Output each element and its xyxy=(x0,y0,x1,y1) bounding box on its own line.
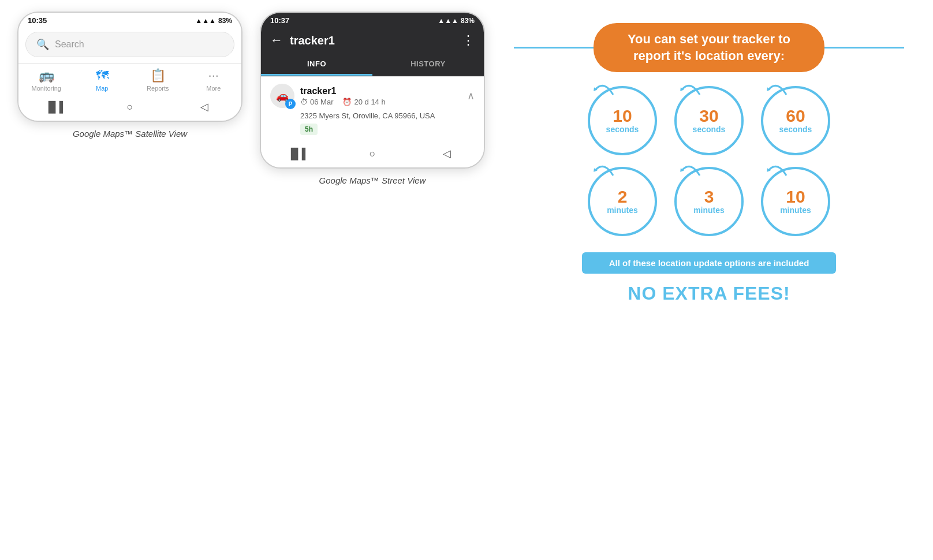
home-icon-1: ○ xyxy=(127,101,133,113)
time-1: 10:35 xyxy=(28,16,47,25)
tracker-header: ← tracker1 ⋮ xyxy=(261,27,484,54)
time-2: 10:37 xyxy=(270,16,289,25)
search-input-placeholder[interactable]: Search xyxy=(55,39,84,50)
map-icon: 🗺 xyxy=(96,68,109,83)
tracker-title: tracker1 xyxy=(290,34,455,47)
tracker-avatar: 🚗 P xyxy=(270,84,294,108)
circles-row-2: 2 minutes 3 minutes 10 minutes xyxy=(588,167,830,236)
collapse-button[interactable]: ∧ xyxy=(467,89,475,102)
search-bar[interactable]: 🔍 Search xyxy=(25,32,234,57)
wifi-icon-1: ▲▲▲ xyxy=(195,17,216,25)
circle-number-3: 3 xyxy=(704,188,714,206)
tracker-banner: You can set your tracker to report it's … xyxy=(594,23,824,72)
timer-icon: ⏰ xyxy=(342,98,352,106)
tracker-info-panel: 🚗 P tracker1 ⏱ 06 Mar ⏰ xyxy=(261,76,484,142)
search-bar-container: 🔍 Search xyxy=(18,27,241,63)
phone-screen-2: 10:37 ▲▲▲ 83% ← tracker1 ⋮ INFO HISTORY xyxy=(261,13,484,167)
nav-item-map[interactable]: 🗺 Map xyxy=(85,68,120,92)
circle-number-60: 60 xyxy=(786,107,805,125)
arc-arrow-30 xyxy=(680,80,703,98)
banner-line-right xyxy=(824,47,904,48)
tab-history[interactable]: HISTORY xyxy=(372,54,484,76)
monitoring-icon: 🚌 xyxy=(39,68,54,83)
status-icons-2: ▲▲▲ 83% xyxy=(438,17,475,25)
circle-unit-60: seconds xyxy=(779,125,812,134)
back-icon-2: ◁ xyxy=(443,147,451,160)
nav-item-reports[interactable]: 📋 Reports xyxy=(140,68,175,92)
circle-10sec: 10 seconds xyxy=(588,86,657,155)
back-icon-1: ◁ xyxy=(200,100,208,113)
circle-3min: 3 minutes xyxy=(674,167,744,236)
sys-nav-1: ▐▌▌ ○ ◁ xyxy=(18,95,241,121)
caption-1: Google Maps™ Satellite View xyxy=(73,129,187,139)
circle-number-30: 30 xyxy=(699,107,718,125)
banner-line-left xyxy=(514,47,594,48)
wifi-icon-2: ▲▲▲ xyxy=(438,17,458,25)
arc-arrow-10 xyxy=(593,80,616,98)
tab-info[interactable]: INFO xyxy=(261,54,372,76)
nav-item-more[interactable]: ··· More xyxy=(196,68,231,92)
back-button-2[interactable]: ← xyxy=(270,33,283,48)
circle-number-10m: 10 xyxy=(786,188,805,206)
arc-arrow-60 xyxy=(766,80,789,98)
recent-button-2[interactable]: ▐▌▌ xyxy=(291,147,305,160)
tracker-time-row: ⏱ 06 Mar ⏰ 20 d 14 h xyxy=(300,98,386,106)
tracker-time-badge: 5h xyxy=(300,124,318,135)
circle-unit-3: minutes xyxy=(693,206,725,215)
tracker-address: 2325 Myers St, Oroville, CA 95966, USA xyxy=(300,111,475,120)
circle-unit-10m: minutes xyxy=(780,206,811,215)
circle-unit-30: seconds xyxy=(693,125,726,134)
tracker-avatar-badge: P xyxy=(285,99,296,109)
tracker-duration: 20 d 14 h xyxy=(354,98,385,106)
bottom-nav-1: 🚌 Monitoring 🗺 Map 📋 Reports ··· More xyxy=(18,63,241,95)
recent-button-1[interactable]: ▐▌▌ xyxy=(48,100,62,114)
recent-icon-1: ▐▌▌ xyxy=(44,101,66,113)
phone-mockup-2: 10:37 ▲▲▲ 83% ← tracker1 ⋮ INFO HISTORY xyxy=(260,12,485,169)
tracker-info-left: 🚗 P tracker1 ⏱ 06 Mar ⏰ xyxy=(270,84,386,108)
phone-screen-1: 10:35 ▲▲▲ 83% 🔍 Search xyxy=(18,13,241,121)
arc-arrow-2m xyxy=(593,161,616,178)
status-icons-1: ▲▲▲ 83% xyxy=(195,17,232,25)
right-panel: You can set your tracker to report it's … xyxy=(502,12,916,316)
tracker-date-item: ⏱ 06 Mar xyxy=(300,98,333,106)
circle-2min: 2 minutes xyxy=(588,167,657,236)
circle-number-2: 2 xyxy=(618,188,628,206)
recent-icon-2: ▐▌▌ xyxy=(287,148,309,160)
home-button-1[interactable]: ○ xyxy=(123,100,137,114)
back-button-2b[interactable]: ◁ xyxy=(440,147,454,160)
map-label: Map xyxy=(96,85,108,92)
monitoring-label: Monitoring xyxy=(32,85,61,92)
reports-icon: 📋 xyxy=(150,68,166,83)
circle-10min: 10 minutes xyxy=(761,167,830,236)
circle-60sec: 60 seconds xyxy=(761,86,830,155)
battery-2: 83% xyxy=(461,17,475,25)
circle-unit-10: seconds xyxy=(606,125,639,134)
status-bar-1: 10:35 ▲▲▲ 83% xyxy=(18,13,241,27)
tracker-duration-item: ⏰ 20 d 14 h xyxy=(342,98,385,106)
nav-item-monitoring[interactable]: 🚌 Monitoring xyxy=(29,68,64,92)
arc-arrow-3m xyxy=(680,161,703,178)
more-label: More xyxy=(206,85,221,92)
more-icon: ··· xyxy=(208,68,219,83)
more-button-2[interactable]: ⋮ xyxy=(462,33,475,48)
home-button-2[interactable]: ○ xyxy=(365,147,379,160)
no-extra-fees: NO EXTRA FEES! xyxy=(628,283,790,304)
phone-mockup-1: 10:35 ▲▲▲ 83% 🔍 Search xyxy=(17,12,242,122)
tracker-info-text: tracker1 ⏱ 06 Mar ⏰ 20 d 14 h xyxy=(300,86,386,106)
circle-unit-2: minutes xyxy=(607,206,638,215)
sys-nav-2: ▐▌▌ ○ ◁ xyxy=(261,142,484,167)
back-button-1[interactable]: ◁ xyxy=(197,100,211,114)
arc-arrow-10m xyxy=(766,161,789,178)
caption-2: Google Maps™ Street View xyxy=(319,176,426,185)
clock-icon: ⏱ xyxy=(300,98,308,106)
home-icon-2: ○ xyxy=(370,148,376,160)
circle-30sec: 30 seconds xyxy=(674,86,744,155)
banner-container: You can set your tracker to report it's … xyxy=(514,23,904,72)
circles-row-1: 10 seconds 30 seconds 60 seconds xyxy=(588,86,830,155)
tracker-info-header: 🚗 P tracker1 ⏱ 06 Mar ⏰ xyxy=(270,84,475,108)
tracker-name: tracker1 xyxy=(300,86,386,96)
included-banner: All of these location update options are… xyxy=(582,252,836,274)
battery-1: 83% xyxy=(218,17,232,25)
tracker-tabs: INFO HISTORY xyxy=(261,54,484,76)
status-bar-2: 10:37 ▲▲▲ 83% xyxy=(261,13,484,27)
